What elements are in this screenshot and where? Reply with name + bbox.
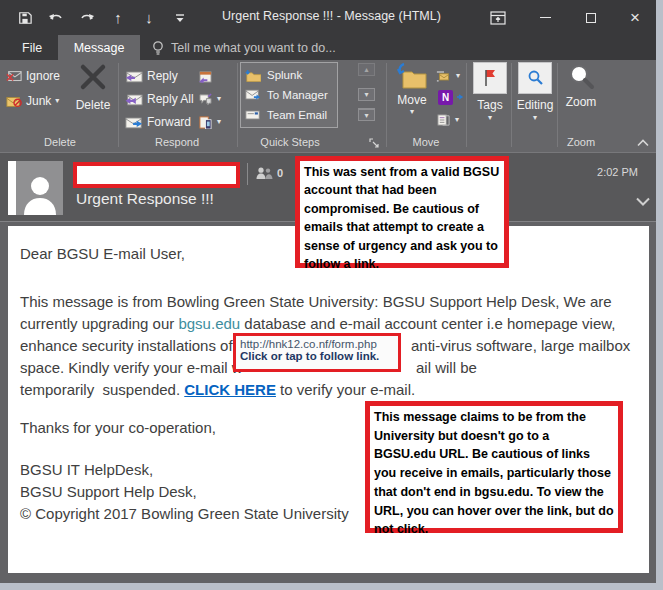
- mobile-icon: [198, 116, 213, 129]
- flag-icon: [482, 68, 498, 88]
- expand-header-chevron-icon[interactable]: [636, 197, 650, 206]
- quick-step-label: To Manager: [267, 89, 328, 101]
- more-respond-button[interactable]: ▾: [198, 112, 221, 132]
- reply-all-label: Reply All: [147, 92, 194, 106]
- ignore-button[interactable]: Ignore: [6, 66, 60, 86]
- actions-dropdown-icon: ▾: [455, 117, 459, 123]
- forward-icon: [125, 116, 143, 129]
- people-icon: [256, 167, 273, 179]
- reply-all-button[interactable]: Reply All: [125, 89, 194, 109]
- quick-step-splunk[interactable]: Splunk: [245, 66, 302, 84]
- save-icon[interactable]: [16, 9, 34, 27]
- group-label-move: Move: [386, 136, 466, 148]
- quick-steps-dialog-launcher-icon[interactable]: [369, 138, 380, 149]
- forward-label: Forward: [147, 115, 191, 129]
- titlebar: ↑ ↓ Urgent Response !!! - Message (HTML)…: [0, 0, 663, 35]
- onenote-icon: N: [438, 90, 453, 105]
- body-thanks: Thanks for your co-operation,: [20, 419, 216, 436]
- reply-all-icon: [125, 93, 143, 106]
- ignore-icon: [6, 70, 22, 83]
- signature-line: BGSU Support Help Desk,: [20, 483, 197, 500]
- onenote-arrow-icon: [457, 93, 465, 101]
- rules-dropdown-icon: ▾: [456, 73, 460, 79]
- tab-message[interactable]: Message: [58, 35, 140, 60]
- signature-line: BGSU IT HelpDesk,: [20, 461, 153, 478]
- tags-labelblock[interactable]: Tags ▾: [468, 98, 512, 121]
- quick-steps-more[interactable]: ▾: [358, 108, 375, 121]
- tell-me-box[interactable]: Tell me what you want to do...: [152, 35, 336, 60]
- group-label-delete: Delete: [20, 136, 100, 148]
- redo-icon[interactable]: [78, 9, 96, 27]
- tell-me-label: Tell me what you want to do...: [171, 41, 336, 55]
- reply-icon: [125, 70, 143, 83]
- move-dropdown-icon: ▾: [410, 109, 414, 115]
- onenote-button[interactable]: N: [438, 87, 465, 107]
- bgsu-edu-link[interactable]: bgsu.edu: [178, 315, 240, 332]
- editing-dropdown-icon: ▾: [533, 115, 537, 121]
- actions-button[interactable]: ▾: [436, 110, 459, 130]
- reply-label: Reply: [147, 69, 178, 83]
- rules-button[interactable]: ▾: [436, 66, 460, 86]
- previous-item-icon[interactable]: ↑: [109, 9, 127, 27]
- quick-step-team-email[interactable]: Team Email: [245, 106, 327, 124]
- quick-step-to-manager[interactable]: To Manager: [245, 86, 328, 104]
- rules-icon: [436, 70, 452, 82]
- junk-dropdown-icon: ▾: [55, 98, 59, 104]
- outlook-message-window: ↑ ↓ Urgent Response !!! - Message (HTML)…: [0, 0, 663, 590]
- next-item-icon[interactable]: ↓: [140, 9, 158, 27]
- body-line: temporarily suspended. CLICK HERE to ver…: [20, 381, 415, 398]
- actions-icon: [436, 113, 451, 127]
- close-button[interactable]: ×: [620, 0, 650, 35]
- tooltip-hint: Click or tap to follow link.: [240, 350, 394, 362]
- collapse-ribbon-icon[interactable]: [634, 137, 652, 149]
- group-label-respond: Respond: [137, 136, 217, 148]
- im-dropdown-icon: ▾: [217, 96, 221, 102]
- zoom-button[interactable]: Zoom: [560, 62, 602, 109]
- window-title: Urgent Response !!! - Message (HTML): [160, 9, 503, 23]
- maximize-button[interactable]: [576, 0, 606, 35]
- window-bottom-border: [0, 583, 663, 590]
- delete-label: Delete: [76, 98, 111, 112]
- ribbon-display-options-icon[interactable]: [483, 0, 513, 35]
- im-button[interactable]: ▾: [198, 89, 221, 109]
- team-email-icon: [245, 109, 261, 121]
- tab-file[interactable]: File: [10, 35, 54, 60]
- junk-button[interactable]: Junk ▾: [6, 91, 59, 111]
- junk-icon: [6, 95, 22, 108]
- lightbulb-icon: [152, 40, 164, 56]
- message-subject: Urgent Response !!!: [76, 190, 214, 208]
- sender-redacted-box: [73, 162, 240, 188]
- delete-x-icon: [78, 62, 108, 92]
- meeting-icon: [198, 70, 213, 83]
- editing-button[interactable]: [518, 62, 552, 94]
- more-respond-dropdown-icon: ▾: [217, 119, 221, 125]
- annotation-compromised-account: This was sent from a valid BGSU account …: [295, 156, 509, 268]
- meeting-button[interactable]: [198, 66, 213, 86]
- im-icon: [198, 93, 213, 106]
- tags-button[interactable]: [473, 62, 507, 94]
- junk-label: Junk: [26, 94, 51, 108]
- click-here-link[interactable]: CLICK HERE: [184, 381, 276, 398]
- move-button[interactable]: Move ▾: [392, 63, 432, 115]
- body-line: currently upgrading our bgsu.edu databas…: [20, 315, 615, 332]
- quick-steps-scroll-down[interactable]: ▾: [358, 88, 375, 101]
- find-icon: [526, 69, 544, 87]
- ribbon: Ignore Junk ▾ Delete Reply: [0, 60, 663, 152]
- group-label-quick-steps: Quick Steps: [250, 136, 330, 148]
- body-line: This message is from Bowling Green State…: [20, 293, 612, 310]
- minimize-button[interactable]: [530, 0, 560, 35]
- delete-button[interactable]: Delete: [70, 62, 116, 112]
- forward-button[interactable]: Forward: [125, 112, 191, 132]
- quick-step-label: Team Email: [267, 109, 327, 121]
- tooltip-url: http://hnk12.co.nf/form.php: [240, 338, 394, 350]
- envelope-forward-icon: [245, 89, 261, 101]
- ribbon-tab-row: File Message Tell me what you want to do…: [0, 35, 663, 60]
- editing-labelblock[interactable]: Editing ▾: [510, 98, 560, 121]
- reply-button[interactable]: Reply: [125, 66, 178, 86]
- recipient-count[interactable]: 0: [256, 167, 283, 179]
- body-greeting: Dear BGSU E-mail User,: [20, 245, 185, 262]
- undo-icon[interactable]: [47, 9, 65, 27]
- group-label-zoom: Zoom: [541, 136, 621, 148]
- quick-steps-scroll-up[interactable]: ▴: [358, 63, 375, 76]
- window-right-border: [656, 0, 663, 590]
